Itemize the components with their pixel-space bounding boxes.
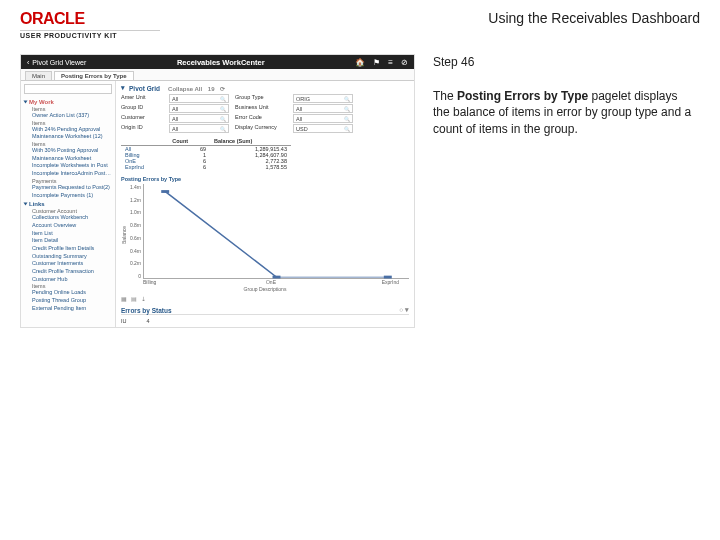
step-label: Step 46 <box>433 54 693 70</box>
filter-label: Business Unit <box>235 104 287 113</box>
count-badge: 19 <box>208 86 215 92</box>
pivot-table: Count Balance (Sum) All691,289,915.43 Bi… <box>121 137 291 170</box>
sidebar-item[interactable]: Maintenance Worksheet <box>24 155 112 163</box>
sidebar-item[interactable]: Outstanding Summary <box>24 253 112 261</box>
chart-toolbar: ▦ ▤ ⤓ <box>121 295 409 302</box>
sidebar-item[interactable]: With 24% Pending Approval <box>24 126 112 134</box>
sidebar-item[interactable]: Credit Profile Transaction <box>24 268 112 276</box>
sidebar-item[interactable]: Owner Action List (337) <box>24 112 112 120</box>
sidebar-item[interactable]: External Pending Item <box>24 305 112 313</box>
collapse-icon[interactable]: ▾ <box>121 84 125 92</box>
home-icon[interactable]: 🏠 <box>355 58 365 67</box>
chevron-left-icon: ‹ <box>27 59 29 66</box>
collapse-all-link[interactable]: Collapse All <box>168 86 202 92</box>
filter-customer[interactable]: All <box>169 114 229 123</box>
step-description: The Posting Errors by Type pagelet displ… <box>433 88 693 137</box>
filter-originid[interactable]: All <box>169 124 229 133</box>
oracle-logo: ORACLE <box>20 10 160 28</box>
panel-title-text: Pivot Grid <box>129 85 160 92</box>
th-count: Count <box>168 137 210 146</box>
sidebar-item[interactable]: Collections Workbench <box>24 214 112 222</box>
chart-xlabel: Group Descriptions <box>121 286 409 292</box>
chart-ylabel: Balance <box>121 225 127 243</box>
sidebar-item[interactable]: Incomplete IntercoAdmin Post (1) <box>24 170 112 178</box>
sidebar: My Work Items Owner Action List (337) It… <box>21 81 116 327</box>
instruction-panel: Step 46 The Posting Errors by Type pagel… <box>433 54 693 328</box>
filter-label: Amer Unit <box>121 94 163 103</box>
chart-title: Posting Errors by Type <box>121 176 409 182</box>
th-blank <box>121 137 168 146</box>
table-header-row: Count Balance (Sum) <box>121 137 291 146</box>
sidebar-item[interactable]: Credit Profile Item Details <box>24 245 112 253</box>
filter-label: Group Type <box>235 94 287 103</box>
app-topbar: ‹ Pivot Grid Viewer Receivables WorkCent… <box>21 55 414 69</box>
sidebar-item[interactable]: Customer Hub <box>24 276 112 284</box>
tab-main[interactable]: Main <box>25 71 52 80</box>
chart-plot[interactable] <box>143 184 409 279</box>
th-balance: Balance (Sum) <box>210 137 291 146</box>
back-button[interactable]: ‹ Pivot Grid Viewer <box>27 59 86 66</box>
sidebar-item[interactable]: Incomplete Payments (1) <box>24 192 112 200</box>
svg-rect-0 <box>161 190 169 193</box>
export-icon[interactable]: ⤓ <box>141 295 146 302</box>
sidebar-item[interactable]: With 30% Posting Approval <box>24 147 112 155</box>
sidebar-links[interactable]: Links <box>24 201 112 207</box>
sidebar-item[interactable]: Item Detail <box>24 237 112 245</box>
filter-label: Origin ID <box>121 124 163 133</box>
tab-strip: Main Posting Errors by Type <box>21 69 414 81</box>
errors-by-status: Errors by Status ○ ▾ IU 4 <box>121 306 409 324</box>
status-label: IU <box>121 318 127 324</box>
logo-area: ORACLE USER PRODUCTIVITY KIT <box>20 10 160 39</box>
sidebar-item[interactable]: Pending Online Loads <box>24 289 112 297</box>
panel-controls: Collapse All 19 ⟳ <box>164 85 225 92</box>
filter-bu[interactable]: All <box>293 104 353 113</box>
help-icon[interactable]: ⊘ <box>401 58 408 67</box>
filter-label: Error Code <box>235 114 287 123</box>
oracle-sub: USER PRODUCTIVITY KIT <box>20 32 160 39</box>
doc-header: ORACLE USER PRODUCTIVITY KIT Using the R… <box>0 0 720 44</box>
sidebar-item[interactable]: Maintenance Worksheet (12) <box>24 133 112 141</box>
status-count: 4 <box>147 318 150 324</box>
sidebar-item[interactable]: Account Overview <box>24 222 112 230</box>
tab-posting-errors[interactable]: Posting Errors by Type <box>54 71 134 80</box>
back-label: Pivot Grid Viewer <box>32 59 86 66</box>
svg-rect-2 <box>384 276 392 279</box>
svg-rect-1 <box>273 276 281 279</box>
sidebar-search-input[interactable] <box>24 84 112 94</box>
chart-xaxis: Billing OnE ExprInd <box>143 279 409 285</box>
app-title: Receivables WorkCenter <box>177 58 265 67</box>
doc-title: Using the Receivables Dashboard <box>488 10 700 26</box>
table-row[interactable]: ExprInd61,578.55 <box>121 164 291 170</box>
filter-label: Display Currency <box>235 124 287 133</box>
filter-currency[interactable]: USD <box>293 124 353 133</box>
filter-label: Customer <box>121 114 163 123</box>
grid-icon[interactable]: ▦ <box>121 295 127 302</box>
sidebar-item[interactable]: Incomplete Worksheets in Post <box>24 162 112 170</box>
sidebar-item[interactable]: Customer Interments <box>24 260 112 268</box>
filter-grouptype[interactable]: ORIG <box>293 94 353 103</box>
filter-label: Group ID <box>121 104 163 113</box>
filter-grid: Amer UnitAll Group TypeORIG Group IDAll … <box>121 94 409 133</box>
menu-icon[interactable]: ≡ <box>388 58 393 67</box>
flag-icon[interactable]: ⚑ <box>373 58 380 67</box>
refresh-icon[interactable]: ⟳ <box>220 86 225 92</box>
filter-amerunit[interactable]: All <box>169 94 229 103</box>
panel-title: ▾ Pivot Grid Collapse All 19 ⟳ <box>121 84 409 92</box>
sidebar-item[interactable]: Item List <box>24 230 112 238</box>
sidebar-my-work[interactable]: My Work <box>24 99 112 105</box>
main-panel: ▾ Pivot Grid Collapse All 19 ⟳ Amer Unit… <box>116 81 414 327</box>
sidebar-item[interactable]: Payments Requested to Post(2) <box>24 184 112 192</box>
errors-by-status-title: Errors by Status <box>121 307 172 314</box>
topbar-icons: 🏠 ⚑ ≡ ⊘ <box>355 58 408 67</box>
bar-icon[interactable]: ▤ <box>131 295 137 302</box>
filter-errorcode[interactable]: All <box>293 114 353 123</box>
chart-pagelet: Posting Errors by Type Balance 1.4m1.2m1… <box>121 176 409 302</box>
app-screenshot: ‹ Pivot Grid Viewer Receivables WorkCent… <box>20 54 415 328</box>
filter-groupid[interactable]: All <box>169 104 229 113</box>
sidebar-item[interactable]: Posting Thread Group <box>24 297 112 305</box>
